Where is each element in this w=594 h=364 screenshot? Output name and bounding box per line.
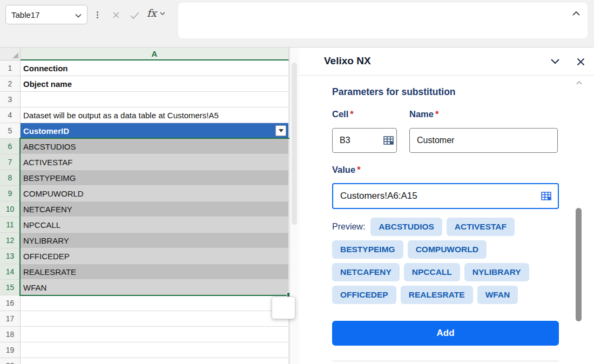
preview-chips: Preview: ABCSTUDIOS ACTIVESTAF BESTYPEIM… bbox=[332, 218, 570, 308]
row-header-1[interactable]: 1 bbox=[0, 60, 21, 76]
collapse-pane-chevron-down-icon[interactable] bbox=[550, 56, 561, 67]
preview-chip: NPCCALL bbox=[404, 263, 460, 281]
preview-chip: ABCSTUDIOS bbox=[370, 218, 442, 236]
preview-chip: WFAN bbox=[477, 286, 518, 304]
preview-chip: BESTYPEIMG bbox=[332, 240, 403, 259]
required-marker: * bbox=[350, 109, 353, 119]
fx-chevron-down-icon bbox=[160, 8, 165, 18]
cell-a12[interactable]: NYLIBRARY bbox=[21, 233, 289, 248]
name-box-chevron-down-icon[interactable] bbox=[75, 10, 82, 19]
row-header-19[interactable]: 19 bbox=[0, 342, 21, 358]
row-header-11[interactable]: 11 bbox=[0, 217, 21, 233]
task-pane-header: Velixo NX bbox=[299, 48, 594, 76]
cell-a6[interactable]: ABCSTUDIOS bbox=[21, 139, 289, 154]
cell-a5-table-header[interactable]: CustomerID bbox=[21, 123, 289, 139]
preview-chip: NYLIBRARY bbox=[464, 263, 529, 281]
table-header-label: CustomerID bbox=[23, 126, 69, 136]
fx-icon: fx bbox=[147, 7, 157, 19]
cell-a19[interactable] bbox=[21, 342, 289, 358]
cell-a9[interactable]: COMPUWORLD bbox=[21, 186, 289, 201]
row-header-16[interactable]: 16 bbox=[0, 295, 21, 311]
range-picker-icon[interactable] bbox=[383, 136, 394, 145]
cell-a18[interactable] bbox=[21, 327, 289, 342]
row-header-18[interactable]: 18 bbox=[0, 327, 21, 342]
row-header-6[interactable]: 6 bbox=[0, 139, 21, 154]
row-header-20[interactable]: 20 bbox=[0, 358, 21, 364]
cell-a17[interactable] bbox=[21, 311, 289, 327]
select-all-corner[interactable] bbox=[0, 48, 21, 60]
row-header-9[interactable]: 9 bbox=[0, 186, 21, 201]
select-all-triangle-icon bbox=[12, 52, 18, 58]
spreadsheet-grid: A 1 2 3 4 5 6 7 8 9 10 11 12 13 14 15 16… bbox=[0, 48, 299, 364]
row-header-8[interactable]: 8 bbox=[0, 170, 21, 186]
insert-function-button[interactable]: fx bbox=[147, 7, 165, 19]
column-header-a[interactable]: A bbox=[21, 48, 289, 60]
row-header-4[interactable]: 4 bbox=[0, 107, 21, 123]
row-header-7[interactable]: 7 bbox=[0, 154, 21, 170]
range-picker-icon[interactable] bbox=[541, 192, 551, 200]
more-options-icon[interactable] bbox=[93, 8, 102, 21]
row-header-5[interactable]: 5 bbox=[0, 123, 21, 139]
row-header-2[interactable]: 2 bbox=[0, 76, 21, 92]
app-window: Table17 fx A 1 2 3 4 bbox=[0, 0, 594, 364]
cell-a10[interactable]: NETCAFENY bbox=[21, 201, 289, 217]
preview-chip: REALESRATE bbox=[401, 286, 473, 304]
row-header-3[interactable]: 3 bbox=[0, 92, 21, 107]
filter-dropdown-button[interactable] bbox=[275, 125, 286, 136]
cell-a3[interactable] bbox=[21, 92, 289, 107]
section-divider bbox=[332, 361, 559, 361]
cell-field-label: Cell* bbox=[332, 109, 354, 119]
name-box-value: Table17 bbox=[11, 10, 40, 19]
cell-a2[interactable]: Object name bbox=[21, 76, 289, 92]
name-input[interactable] bbox=[409, 128, 558, 153]
row-header-17[interactable]: 17 bbox=[0, 311, 21, 327]
row-header-15[interactable]: 15 bbox=[0, 280, 21, 295]
close-pane-icon[interactable] bbox=[575, 56, 586, 67]
required-marker: * bbox=[357, 165, 360, 174]
name-box[interactable]: Table17 bbox=[5, 5, 87, 24]
confirm-entry-icon[interactable] bbox=[127, 8, 141, 22]
task-pane-title: Velixo NX bbox=[324, 55, 371, 67]
filter-arrow-icon bbox=[279, 129, 284, 132]
panel-scroll-up-icon[interactable] bbox=[576, 80, 582, 85]
cell-a13[interactable]: OFFICEDEP bbox=[21, 248, 289, 264]
cell-a11[interactable]: NPCCALL bbox=[21, 217, 289, 233]
preview-chip: COMPUWORLD bbox=[408, 240, 487, 259]
cell-a7[interactable]: ACTIVESTAF bbox=[21, 154, 289, 170]
formula-toolbar: Table17 fx bbox=[0, 0, 594, 48]
preview-chip: ACTIVESTAF bbox=[447, 218, 515, 236]
cell-a15[interactable]: WFAN bbox=[21, 280, 289, 295]
quick-actions-button[interactable] bbox=[272, 296, 295, 319]
cell-a16[interactable] bbox=[21, 295, 289, 311]
cancel-entry-icon[interactable] bbox=[109, 8, 123, 22]
add-button[interactable]: Add bbox=[332, 321, 559, 346]
cell-a4[interactable]: Dataset will be output as a data table a… bbox=[21, 107, 289, 123]
name-field-label: Name* bbox=[409, 109, 438, 119]
preview-label: Preview: bbox=[332, 222, 365, 232]
cell-a14[interactable]: REALESRATE bbox=[21, 264, 289, 280]
row-header-13[interactable]: 13 bbox=[0, 248, 21, 264]
cell-a8[interactable]: BESTYPEIMG bbox=[21, 170, 289, 186]
value-field-label: Value* bbox=[332, 165, 361, 175]
collapse-formula-bar-icon[interactable] bbox=[570, 7, 582, 19]
preview-chip: NETCAFENY bbox=[332, 263, 400, 281]
value-input[interactable] bbox=[332, 183, 559, 209]
sheet-scrollbar-thumb[interactable] bbox=[292, 63, 297, 225]
preview-chip: OFFICEDEP bbox=[332, 286, 396, 304]
section-title: Parameters for substitution bbox=[332, 86, 456, 98]
formula-bar-input[interactable] bbox=[178, 3, 588, 38]
required-marker: * bbox=[435, 109, 438, 119]
task-pane-body: Parameters for substitution Cell* Name* … bbox=[299, 76, 594, 364]
velixo-task-pane: Velixo NX Parameters for substitution Ce… bbox=[299, 48, 594, 364]
cell-a20[interactable] bbox=[21, 358, 289, 364]
row-header-14[interactable]: 14 bbox=[0, 264, 21, 280]
row-header-10[interactable]: 10 bbox=[0, 201, 21, 217]
row-header-12[interactable]: 12 bbox=[0, 233, 21, 248]
cell-a1[interactable]: Connection bbox=[21, 60, 289, 76]
panel-scrollbar-thumb[interactable] bbox=[576, 208, 582, 321]
